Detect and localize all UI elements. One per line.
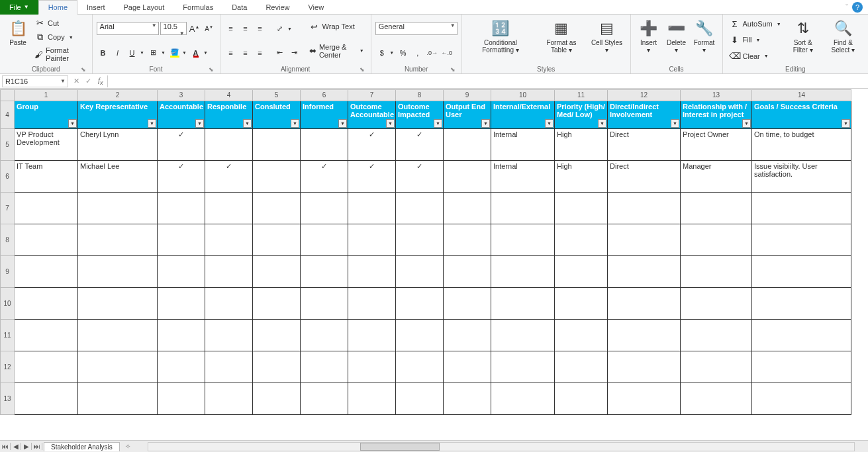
accounting-dropdown[interactable]: ▼ [389,46,395,60]
cancel-icon[interactable]: ✕ [70,77,82,85]
group-clipboard-label: Clipboard [32,66,60,73]
orientation-icon: ⤢ [277,24,283,33]
binoculars-icon: 🔍 [832,18,853,39]
bold-icon: B [101,49,106,57]
cell-styles-icon: ▤ [597,18,618,39]
tab-view[interactable]: View [299,0,333,15]
clear-button[interactable]: ⌫Clear▼ [727,50,784,63]
cell-styles-button[interactable]: ▤Cell Styles ▾ [587,16,626,64]
delete-icon: ➖ [666,18,687,39]
tab-home[interactable]: Home [38,0,77,15]
merge-center-button[interactable]: ⬌Merge & Center▼ [307,42,367,60]
decrease-indent-button[interactable]: ⇤ [273,46,287,60]
minimize-ribbon-icon[interactable]: ˇ [845,3,848,11]
table-icon: ▦ [551,18,572,39]
fill-color-button[interactable]: 🪣 [168,46,181,60]
font-color-dropdown[interactable]: ▼ [203,46,209,60]
fill-color-dropdown[interactable]: ▼ [181,46,188,60]
fill-button[interactable]: ⬇Fill▼ [727,33,784,46]
shrink-font-button[interactable]: A▼ [203,22,216,35]
sort-filter-button[interactable]: ⇅Sort & Filter ▾ [784,16,822,64]
paste-icon: 📋 [7,18,28,39]
border-dropdown[interactable]: ▼ [160,46,167,60]
copy-icon: ⧉ [34,32,45,42]
group-number-label: Number [405,66,428,73]
copy-button[interactable]: ⧉Copy▼ [32,30,88,44]
cut-button[interactable]: ✂Cut [32,17,88,30]
tab-insert[interactable]: Insert [77,0,115,15]
indent-icon: ⇥ [291,48,297,57]
formula-bar: R1C16▼ ✕ ✓ fx [0,74,868,89]
percent-icon: % [400,49,407,57]
font-name-value: Arial [100,23,115,30]
font-name-select[interactable]: Arial▼ [97,22,159,35]
decrease-decimal-button[interactable]: ←.0 [440,46,454,60]
group-editing: ΣAutoSum▼ ⬇Fill▼ ⌫Clear▼ ⇅Sort & Filter … [723,15,869,73]
scissors-icon: ✂ [34,18,45,28]
insert-cells-button[interactable]: ➕Insert▾ [635,16,663,64]
autosum-button[interactable]: ΣAutoSum▼ [727,17,784,30]
delete-cells-button[interactable]: ➖Delete▾ [663,16,691,64]
underline-dropdown[interactable]: ▼ [139,46,146,60]
autosum-label: AutoSum [743,20,773,28]
number-format-select[interactable]: General▼ [375,22,458,35]
help-icon[interactable]: ? [852,2,863,13]
tab-page-layout[interactable]: Page Layout [115,0,174,15]
dialog-launcher-icon[interactable]: ⬊ [450,66,456,73]
wrap-text-button[interactable]: ↩Wrap Text [307,20,367,33]
underline-icon: U [130,49,135,57]
format-as-table-button[interactable]: ▦Format as Table ▾ [535,16,587,64]
align-top-button[interactable]: ≡ [224,22,238,35]
cond-format-icon: 🔢 [490,18,511,39]
font-color-button[interactable]: A [189,46,203,60]
comma-button[interactable]: , [411,46,424,60]
fx-icon[interactable]: fx [94,76,107,86]
format-icon: 🔧 [694,18,715,39]
font-size-select[interactable]: 10.5▼ [160,22,187,35]
tab-formulas[interactable]: Formulas [173,0,222,15]
underline-button[interactable]: U [126,46,139,60]
insert-label: Insert [640,39,657,46]
formula-input[interactable] [107,75,868,87]
orientation-button[interactable]: ⤢ [273,22,287,35]
dollar-icon: $ [380,49,384,57]
chevron-down-icon: ▼ [450,23,456,28]
grow-font-button[interactable]: A▲ [188,22,201,35]
enter-icon[interactable]: ✓ [82,77,94,85]
orientation-dropdown[interactable]: ▼ [287,22,293,35]
find-select-button[interactable]: 🔍Find & Select ▾ [822,16,864,64]
increase-indent-button[interactable]: ⇥ [288,46,301,60]
tab-file[interactable]: File ▼ [0,0,38,15]
format-painter-button[interactable]: 🖌Format Painter [32,45,88,64]
tab-data[interactable]: Data [222,0,256,15]
border-button[interactable]: ⊞ [147,46,160,60]
group-alignment: ≡ ≡ ≡ ⤢▼ ≡ ≡ ≡ ⇤ ⇥ ↩Wrap Text ⬌Merge & C… [220,15,371,73]
ribbon-tabs: File ▼ HomeInsertPage LayoutFormulasData… [0,0,868,15]
align-left-button[interactable]: ≡ [224,46,238,60]
italic-button[interactable]: I [111,46,124,60]
chevron-down-icon: ▼ [24,4,29,10]
sigma-icon: Σ [730,19,740,29]
align-right-button[interactable]: ≡ [254,46,267,60]
brush-icon: 🖌 [34,49,43,60]
percent-button[interactable]: % [397,46,410,60]
conditional-formatting-button[interactable]: 🔢Conditional Formatting ▾ [466,16,536,64]
format-cells-button[interactable]: 🔧Format▾ [691,16,718,64]
align-right-icon: ≡ [258,49,262,57]
tab-review[interactable]: Review [256,0,299,15]
align-bottom-button[interactable]: ≡ [254,22,267,35]
bold-button[interactable]: B [97,46,110,60]
comma-icon: , [416,49,418,57]
name-box[interactable]: R1C16▼ [2,75,68,87]
dialog-launcher-icon[interactable]: ⬊ [208,66,215,73]
align-center-button[interactable]: ≡ [239,46,252,60]
accounting-format-button[interactable]: $ [375,46,389,60]
align-middle-button[interactable]: ≡ [239,22,252,35]
paste-button[interactable]: 📋 Paste [4,16,32,64]
font-size-value: 10.5 [164,23,177,30]
sort-icon: ⇅ [793,18,814,39]
dialog-launcher-icon[interactable]: ⬊ [359,66,365,73]
increase-decimal-button[interactable]: .0→ [426,46,439,60]
dialog-launcher-icon[interactable]: ⬊ [80,66,87,73]
wrap-label: Wrap Text [322,23,355,30]
